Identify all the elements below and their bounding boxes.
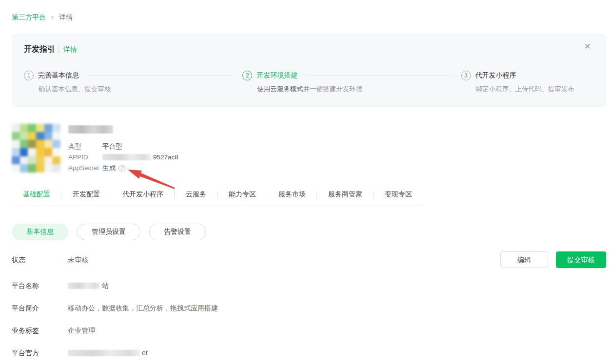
- platform-intro-value: 移动办公，数据收集，汇总分析，拖拽式应用搭建: [68, 303, 218, 313]
- appid-value: 9527ac8: [102, 152, 178, 163]
- row-platform-intro: 平台简介 移动办公，数据收集，汇总分析，拖拽式应用搭建: [12, 303, 606, 313]
- row-status: 状态 未审核 编辑 提交审核: [12, 255, 606, 268]
- row-platform-name: 平台名称 站: [12, 281, 606, 290]
- breadcrumb: 第三方平台 > 详情: [12, 0, 606, 22]
- tab-capability-zone[interactable]: 能力专区: [217, 190, 267, 206]
- tab-basic-config[interactable]: 基础配置: [12, 190, 61, 206]
- platform-name-suffix: 站: [102, 282, 109, 289]
- tab-delegated-miniprogram[interactable]: 代开发小程序: [111, 190, 175, 206]
- step-delegated-miniprogram: 3 代开发小程序 绑定小程序、上传代码、提审发布: [461, 71, 594, 94]
- step-connector: [87, 76, 235, 76]
- sub-tabs: 基本信息 管理员设置 告警设置: [12, 224, 606, 240]
- platform-official-suffix: et: [142, 349, 148, 357]
- appsecret-label: AppSecret: [68, 163, 102, 173]
- breadcrumb-current: 详情: [59, 13, 73, 22]
- platform-official-label: 平台官方: [12, 348, 68, 358]
- step-2-title: 开发环境搭建: [256, 71, 297, 80]
- divider: [58, 46, 59, 53]
- help-icon[interactable]: ?: [118, 165, 125, 172]
- platform-profile: 类型 平台型 APPID 9527ac8 AppSecret 生成 ?: [12, 124, 606, 173]
- platform-intro-label: 平台简介: [12, 303, 68, 313]
- main-tabs: 基础配置 开发配置 代开发小程序 云服务 能力专区 服务市场 服务商管家 变现专…: [12, 190, 423, 206]
- submit-review-button[interactable]: 提交审核: [556, 251, 606, 268]
- appid-label: APPID: [68, 152, 102, 163]
- tab-cloud-service[interactable]: 云服务: [175, 190, 217, 206]
- step-3-number: 3: [461, 71, 471, 80]
- step-3-title: 代开发小程序: [475, 71, 516, 80]
- row-business-tag: 业务标签 企业管理: [12, 326, 606, 335]
- status-value: 未审核: [68, 255, 88, 265]
- business-tag-value: 企业管理: [68, 326, 95, 335]
- avatar: [12, 124, 60, 172]
- profile-row-appsecret: AppSecret 生成 ?: [68, 163, 178, 173]
- close-icon[interactable]: ✕: [584, 42, 591, 51]
- platform-name-label: 平台名称: [12, 281, 68, 290]
- subtab-alert-settings[interactable]: 告警设置: [149, 224, 206, 240]
- step-1-desc: 确认基本信息、提交审核: [39, 85, 242, 94]
- tab-service-market[interactable]: 服务市场: [267, 190, 317, 206]
- profile-row-appid: APPID 9527ac8: [68, 152, 178, 163]
- step-dev-environment: 2 开发环境搭建 使用云服务模式并一键搭建开发环境: [242, 71, 461, 94]
- step-3-desc: 绑定小程序、上传代码、提审发布: [476, 85, 575, 94]
- basic-info-panel: 状态 未审核 编辑 提交审核 平台名称 站 平台简介 移动办公，数据收集，汇总分…: [12, 255, 606, 358]
- type-value: 平台型: [102, 141, 122, 152]
- breadcrumb-root-link[interactable]: 第三方平台: [12, 13, 46, 22]
- step-1-title: 完善基本信息: [38, 71, 79, 80]
- breadcrumb-separator: >: [51, 14, 54, 21]
- platform-name-redacted: [68, 125, 113, 134]
- dev-guide-card: 开发指引 详情 ✕ 1 完善基本信息 确认基本信息、提交审核 2 开发环境搭建: [12, 34, 606, 107]
- tab-provider-manager[interactable]: 服务商管家: [317, 190, 374, 206]
- guide-title: 开发指引: [24, 44, 55, 55]
- row-actions: 编辑 提交审核: [500, 251, 606, 268]
- platform-name-value: 站: [68, 281, 109, 290]
- step-2-desc-emphasis: 使用云服务模式: [257, 85, 303, 93]
- appid-suffix: 9527ac8: [153, 153, 178, 161]
- row-platform-official: 平台官方 et: [12, 348, 606, 358]
- status-label: 状态: [12, 255, 68, 265]
- step-complete-basic-info: 1 完善基本信息 确认基本信息、提交审核: [24, 71, 242, 94]
- step-connector: [305, 76, 453, 76]
- type-label: 类型: [68, 141, 102, 152]
- profile-info: 类型 平台型 APPID 9527ac8 AppSecret 生成 ?: [68, 124, 178, 173]
- step-2-desc: 使用云服务模式并一键搭建开发环境: [257, 85, 461, 94]
- step-2-number: 2: [242, 71, 252, 80]
- appid-redacted: [102, 154, 151, 160]
- step-1-number: 1: [24, 71, 34, 80]
- page: 第三方平台 > 详情 开发指引 详情 ✕ 1 完善基本信息 确认基本信息、提交审…: [0, 0, 611, 358]
- guide-header: 开发指引 详情: [24, 44, 594, 55]
- profile-row-type: 类型 平台型: [68, 141, 178, 152]
- step-2-desc-rest: 并一键搭建开发环境: [303, 85, 363, 93]
- platform-official-redacted: [68, 350, 140, 356]
- guide-detail-link[interactable]: 详情: [63, 45, 77, 54]
- subtab-basic-info[interactable]: 基本信息: [12, 224, 68, 240]
- tab-monetization-zone[interactable]: 变现专区: [374, 190, 423, 206]
- platform-name-redacted: [68, 283, 100, 289]
- platform-official-value: et: [68, 348, 148, 358]
- business-tag-label: 业务标签: [12, 326, 68, 335]
- tab-dev-config[interactable]: 开发配置: [61, 190, 111, 206]
- edit-button[interactable]: 编辑: [500, 251, 548, 268]
- generate-appsecret-link[interactable]: 生成: [102, 163, 116, 173]
- subtab-admin-settings[interactable]: 管理员设置: [77, 224, 140, 240]
- guide-steps: 1 完善基本信息 确认基本信息、提交审核 2 开发环境搭建 使用云服务模式并一键…: [24, 71, 594, 94]
